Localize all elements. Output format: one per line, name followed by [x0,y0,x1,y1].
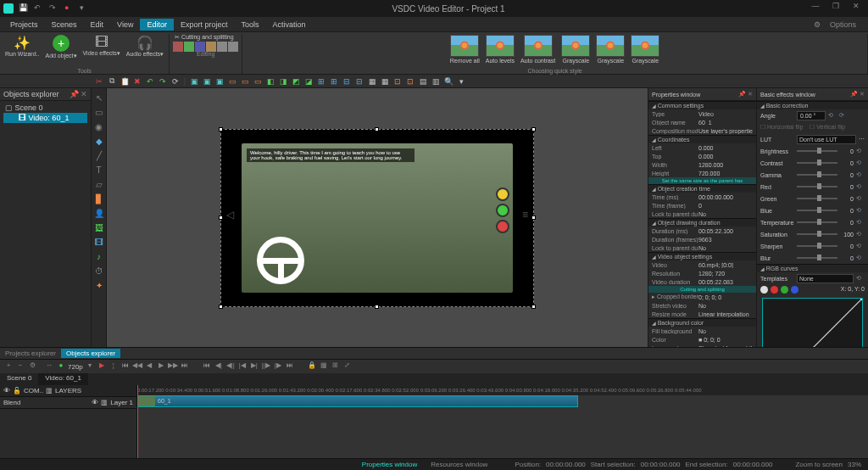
rotate-left-icon[interactable]: ⟲ [828,112,837,119]
line-icon[interactable]: ╱ [93,149,105,161]
curve-blue[interactable] [791,286,798,294]
marker-first-icon[interactable]: ⏮ [202,361,212,372]
prop-row[interactable]: Loop modeShow last frame at the [648,344,756,347]
run-wizard-button[interactable]: ✨ Run Wizard.. [3,34,41,58]
audio-icon[interactable]: ♪ [93,250,105,262]
slider-track[interactable] [797,257,837,259]
frame-fwd2-icon[interactable]: ▶| [249,361,259,372]
back-icon[interactable]: ◀◀ [132,361,142,372]
rotate-right-icon[interactable]: ⟳ [839,112,848,119]
fwd-icon[interactable]: ▶▶ [168,361,178,372]
prop-row[interactable]: Width1280.000 [648,160,756,169]
reset-icon[interactable]: ⟲ [856,255,865,261]
resolution-label[interactable]: 720p [68,363,83,371]
video-effects-button[interactable]: 🎞 Video effects▾ [81,34,122,58]
prop-row[interactable]: Top0.000 [648,152,756,160]
prop-row[interactable]: Height720.000 [648,169,756,177]
cursor-icon[interactable]: ↖ [93,92,105,104]
reset-icon[interactable]: ⟲ [856,148,865,154]
marker-last-icon[interactable]: ⏭ [285,361,295,372]
dist-3-icon[interactable]: ⊟ [341,76,353,87]
video-icon[interactable]: 🎞 [93,236,105,248]
section-basic-correction[interactable]: Basic correction [757,101,868,109]
vflip-checkbox[interactable]: ☐ Vertical flip [810,124,845,131]
resize-handle-tl[interactable] [219,127,223,131]
marker-icon[interactable]: ◉ [93,120,105,132]
grid-icon[interactable]: ▦ [319,361,329,372]
slider-temperature[interactable]: Temperature0⟲ [757,216,868,228]
edit-tool-6[interactable] [228,42,238,52]
maximize-icon[interactable]: ❐ [827,2,844,15]
lut-browse-icon[interactable]: ⋯ [859,136,865,143]
undo2-icon[interactable]: ↶ [144,76,156,87]
chart-icon[interactable]: ▊ [93,193,105,204]
shape-icon[interactable]: ◆ [93,135,105,147]
refresh-icon[interactable]: ⟳ [170,76,181,87]
prop-row[interactable]: Stretch videoNo [648,301,756,310]
rect-icon[interactable]: ▭ [93,106,105,118]
preview-canvas[interactable]: ◁ ≡ Welcome, hilly driver. This time I a… [107,88,648,347]
prop-row[interactable]: Video duration00:05:22.083 [648,277,756,286]
slider-track[interactable] [797,233,837,235]
prop-row[interactable]: Duration (frames)9663 [648,235,756,243]
menu-scenes[interactable]: Scenes [45,19,84,31]
align-r-icon[interactable]: ▣ [214,76,225,87]
resize-handle-br[interactable] [531,305,536,309]
templates-select[interactable]: None [797,274,854,283]
tooltip-icon[interactable]: ▱ [93,178,105,190]
layer-eye-icon[interactable]: 👁 [92,399,98,406]
template-reset-icon[interactable]: ⟲ [856,275,865,282]
resize-handle-ml[interactable] [219,215,223,220]
cut-split-link[interactable]: Cutting and splitting [648,286,756,293]
slider-track[interactable] [797,245,837,247]
layer-name[interactable]: Layer 1 [110,399,133,406]
pin-icon[interactable]: 📌 [850,91,858,98]
reset-icon[interactable]: ⟲ [856,171,865,178]
reset-icon[interactable]: ⟲ [856,243,865,249]
redo2-icon[interactable]: ↷ [157,76,169,87]
reset-icon[interactable]: ⟲ [856,183,865,190]
slider-track[interactable] [797,150,837,152]
quick-style-2[interactable]: Auto contrast [519,34,557,64]
slider-green[interactable]: Green0⟲ [757,193,868,204]
slider-blue[interactable]: Blue0⟲ [757,204,868,216]
slider-red[interactable]: Red0⟲ [757,181,868,193]
section-bg-color[interactable]: Background color [648,318,756,327]
end-icon[interactable]: ⏭ [180,361,190,372]
slider-brightness[interactable]: Brightness0⟲ [757,145,868,157]
grid-4-icon[interactable]: ▥ [430,76,442,87]
prop-row[interactable]: Left0.000 [648,143,756,152]
dist-1-icon[interactable]: ⊞ [315,76,327,87]
timeline-ruler[interactable]: 0:00:17.200 0:00:34.400 0:00:51.600 0:01… [137,385,868,395]
menu-editor[interactable]: Editor [140,19,174,31]
menu-projects[interactable]: Projects [3,19,45,31]
order-1-icon[interactable]: ◧ [264,76,276,87]
menu-tools[interactable]: Tools [234,19,265,31]
curve-green[interactable] [781,286,788,294]
layer-col-icon[interactable]: ▥ [101,399,108,406]
image-icon[interactable]: 🖼 [93,221,105,233]
slider-sharpen[interactable]: Sharpen0⟲ [757,240,868,252]
timeline-clip[interactable]: 60_1 [137,395,578,407]
dist-4-icon[interactable]: ⊟ [353,76,365,87]
section-video-settings[interactable]: Video object settings [648,252,756,260]
slider-track[interactable] [797,174,837,176]
step-back-icon[interactable]: ◀ [144,361,154,372]
reset-icon[interactable]: ⟲ [856,195,865,202]
slider-track[interactable] [797,221,837,223]
prop-row[interactable]: Composition modeUse layer's properties [648,126,756,135]
tl-dd-icon[interactable]: ▾ [85,361,95,372]
marker-next-icon[interactable]: |▶ [273,361,283,372]
reset-icon[interactable]: ⟲ [856,231,865,238]
tree-video[interactable]: 🎞 Video: 60_1 [3,113,87,123]
menu-activation[interactable]: Activation [265,19,312,31]
dd-icon[interactable]: ▾ [455,76,467,87]
menu-options[interactable]: ⚙ Options [807,19,868,31]
resize-handle-tm[interactable] [375,127,379,131]
quick-style-4[interactable]: Grayscale [594,34,626,64]
more-1-icon[interactable]: ▦ [366,76,378,87]
resize-handle-bl[interactable] [219,305,223,309]
prop-row[interactable]: TypeVideo [648,109,756,118]
resize-handle-tr[interactable] [531,127,536,131]
snap-icon[interactable]: ⊞ [331,361,341,372]
